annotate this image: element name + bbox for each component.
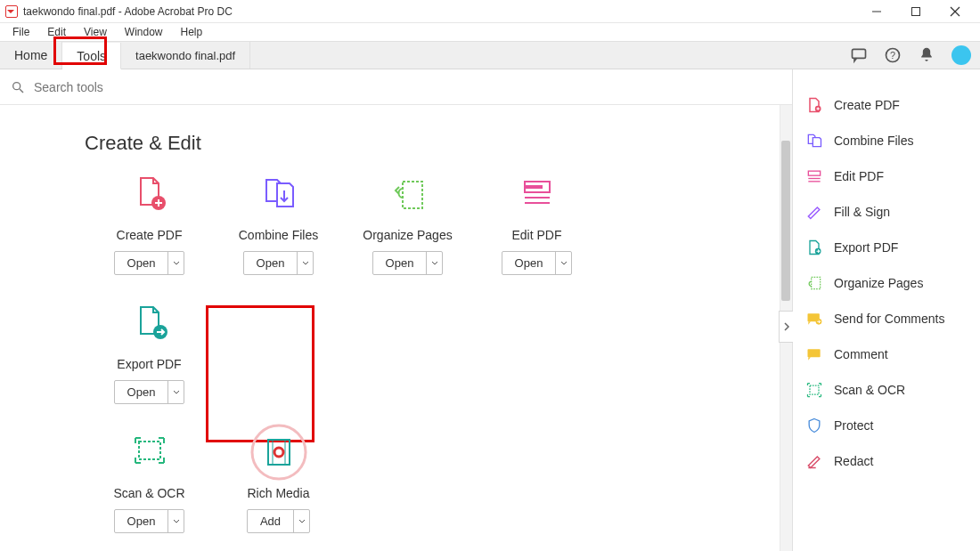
- open-dropdown[interactable]: [555, 252, 571, 274]
- tool-label: Edit PDF: [472, 228, 601, 242]
- menu-help[interactable]: Help: [172, 24, 212, 40]
- sidebar-item-send-comments[interactable]: Send for Comments: [805, 301, 969, 336]
- tool-label: Combine Files: [214, 228, 343, 242]
- open-button[interactable]: Open: [114, 509, 185, 533]
- sidebar-item-edit-pdf[interactable]: Edit PDF: [805, 158, 969, 194]
- app-icon: [5, 5, 18, 18]
- tab-home[interactable]: Home: [0, 42, 62, 69]
- rich-media-icon: [247, 420, 311, 484]
- add-button[interactable]: Add: [247, 509, 310, 533]
- sidebar-item-fill-sign[interactable]: Fill & Sign: [805, 194, 969, 230]
- menu-window[interactable]: Window: [116, 24, 172, 40]
- sidebar-item-label: Send for Comments: [834, 312, 945, 326]
- export-pdf-icon: [128, 302, 171, 344]
- sidebar-item-label: Edit PDF: [834, 169, 884, 183]
- sidebar-item-label: Comment: [834, 347, 888, 361]
- window-title: taekwondo final.pdf - Adobe Acrobat Pro …: [23, 5, 233, 18]
- sidebar-item-organize[interactable]: Organize Pages: [805, 265, 969, 301]
- tool-scan-ocr: Scan & OCR Open: [85, 431, 214, 533]
- tab-tools[interactable]: Tools: [62, 43, 121, 69]
- close-button[interactable]: [935, 0, 975, 23]
- svg-rect-10: [403, 182, 422, 208]
- svg-point-21: [274, 448, 283, 457]
- open-dropdown[interactable]: [167, 381, 184, 403]
- open-dropdown[interactable]: [297, 252, 313, 274]
- bell-icon[interactable]: [918, 46, 935, 64]
- open-button[interactable]: Open: [114, 251, 185, 275]
- svg-rect-16: [139, 442, 160, 459]
- tool-label: Rich Media: [214, 486, 343, 500]
- menu-view[interactable]: View: [75, 24, 116, 40]
- organize-pages-icon: [387, 173, 429, 215]
- edit-pdf-icon: [516, 173, 559, 215]
- tool-organize-pages: Organize Pages Open: [343, 173, 472, 275]
- combine-files-icon: [257, 173, 300, 215]
- sidebar-item-redact[interactable]: Redact: [805, 443, 969, 479]
- search-icon: [11, 80, 25, 94]
- tool-label: Scan & OCR: [85, 486, 214, 500]
- search-bar: [0, 69, 792, 105]
- open-button[interactable]: Open: [372, 251, 444, 275]
- create-pdf-icon: [128, 173, 171, 215]
- menubar: File Edit View Window Help: [0, 23, 980, 41]
- open-button[interactable]: Open: [243, 251, 314, 275]
- sidebar-item-label: Scan & OCR: [834, 383, 905, 397]
- svg-rect-31: [810, 385, 819, 394]
- titlebar: taekwondo final.pdf - Adobe Acrobat Pro …: [0, 0, 980, 23]
- svg-rect-23: [808, 171, 820, 175]
- open-dropdown[interactable]: [426, 252, 442, 274]
- open-dropdown[interactable]: [167, 510, 184, 532]
- tool-label: Create PDF: [85, 228, 214, 242]
- svg-rect-1: [912, 7, 920, 15]
- tool-rich-media: Rich Media Add: [214, 431, 343, 533]
- maximize-button[interactable]: [896, 0, 935, 23]
- chat-icon[interactable]: [850, 46, 868, 64]
- side-panel: Create PDF Combine Files Edit PDF Fill &…: [793, 69, 980, 551]
- sidebar-item-label: Combine Files: [834, 134, 913, 148]
- sidebar-item-label: Protect: [834, 418, 873, 433]
- tabstrip: Home Tools taekwondo final.pdf ?: [0, 41, 980, 69]
- open-button[interactable]: Open: [114, 380, 185, 404]
- open-button[interactable]: Open: [502, 251, 573, 275]
- section-create-edit: Create & Edit: [85, 132, 721, 155]
- tool-label: Export PDF: [85, 357, 214, 371]
- svg-point-17: [252, 425, 306, 479]
- sidebar-item-export-pdf[interactable]: Export PDF: [805, 230, 969, 265]
- svg-rect-4: [853, 49, 866, 58]
- sidebar-item-create-pdf[interactable]: Create PDF: [805, 87, 969, 123]
- svg-text:?: ?: [890, 50, 895, 61]
- sidebar-item-comment[interactable]: Comment: [805, 336, 969, 372]
- sidebar-item-combine[interactable]: Combine Files: [805, 123, 969, 158]
- tool-export-pdf: Export PDF Open: [85, 302, 214, 404]
- main-pane: Create & Edit Create PDF Open: [0, 69, 793, 551]
- svg-line-8: [20, 89, 23, 93]
- svg-rect-12: [525, 185, 543, 189]
- tool-combine-files: Combine Files Open: [214, 173, 343, 275]
- avatar[interactable]: [951, 45, 971, 65]
- svg-rect-30: [808, 349, 821, 357]
- minimize-button[interactable]: [857, 0, 896, 23]
- sidebar-item-label: Redact: [834, 454, 873, 468]
- scan-ocr-icon: [128, 431, 171, 474]
- open-dropdown[interactable]: [167, 252, 184, 274]
- tab-document[interactable]: taekwondo final.pdf: [121, 42, 250, 69]
- help-icon[interactable]: ?: [884, 46, 902, 64]
- tool-create-pdf: Create PDF Open: [85, 173, 214, 275]
- search-input[interactable]: [34, 80, 781, 94]
- menu-file[interactable]: File: [4, 24, 38, 40]
- svg-rect-27: [812, 277, 821, 288]
- sidebar-item-label: Organize Pages: [834, 276, 923, 290]
- sidebar-item-label: Export PDF: [834, 240, 898, 255]
- tool-label: Organize Pages: [343, 228, 472, 242]
- scrollbar-thumb[interactable]: [781, 141, 790, 301]
- sidebar-item-scan-ocr[interactable]: Scan & OCR: [805, 372, 969, 408]
- svg-point-7: [13, 82, 20, 89]
- sidebar-item-label: Create PDF: [834, 98, 900, 112]
- sidebar-item-label: Fill & Sign: [834, 205, 890, 219]
- svg-rect-18: [268, 440, 290, 465]
- sidebar-item-protect[interactable]: Protect: [805, 408, 969, 443]
- add-dropdown[interactable]: [293, 510, 309, 532]
- sidepanel-collapse-button[interactable]: [779, 311, 793, 343]
- menu-edit[interactable]: Edit: [38, 24, 75, 40]
- tools-scroll-area: Create & Edit Create PDF Open: [0, 105, 792, 551]
